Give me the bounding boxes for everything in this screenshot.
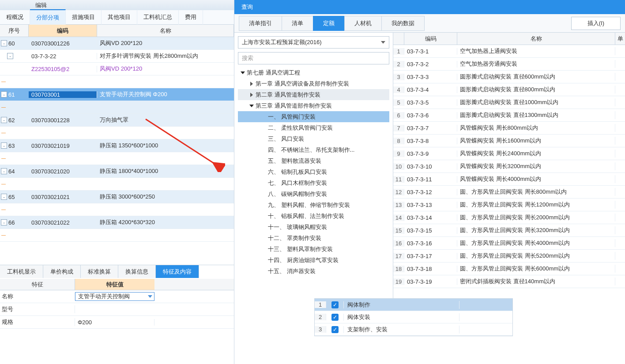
feature-table: 特征 特征值 名称支管手动开关控制阀型号规格Φ200 [0,279,234,329]
data-row[interactable]: 303-7-3-3圆形瓣式启动阀安装 直径600mm以内 [393,71,625,83]
expand-toggle[interactable]: - [1,219,7,225]
data-row[interactable]: 1403-7-3-14圆、方形风管止回阀安装 周长2000mm以内 [393,211,625,224]
checkbox-icon[interactable]: ✓ [331,301,339,308]
data-row[interactable]: 1303-7-3-13圆、方形风管止回阀安装 周长1200mm以内 [393,199,625,211]
tree-twisty-icon[interactable] [241,71,245,74]
expand-toggle[interactable]: - [1,143,7,149]
tree-node[interactable]: 六、 铝制孔板风口安装 [238,166,389,177]
tree-node[interactable]: 第一章 通风空调设备及部件制作安装 [238,78,389,89]
data-row[interactable]: 1503-7-3-15圆、方形风管止回阀安装 周长3200mm以内 [393,224,625,237]
data-rows[interactable]: 103-7-3-1空气加热器上通阀安装203-7-3-2空气加热器旁通阀安装30… [393,45,625,300]
tree-node[interactable]: 第七册 通风空调工程 [238,67,389,78]
left-panel: 编辑 程概况分部分项措施项目其他项目工料机汇总费用 序号 编码 名称 -6003… [0,0,234,364]
checklist-row[interactable]: 3✓支架制作、安装 [315,323,512,336]
grid-row[interactable]: -60030703001226风阀VD 200*120 [0,37,234,50]
top-tab[interactable]: 程概况 [0,10,30,25]
query-tab[interactable]: 清单指引 [239,16,282,31]
bottom-tab[interactable]: 特征及内容 [156,265,199,278]
grid-row[interactable]: -64030703021020静压箱 1800*400*1000 [0,165,234,178]
bottom-tab[interactable]: 换算信息 [118,265,156,278]
tree-twisty-icon[interactable] [249,105,254,107]
data-row[interactable]: 403-7-3-4圆形瓣式启动阀安装 直径800mm以内 [393,83,625,96]
tree-node[interactable]: 十五、 消声器安装 [238,266,389,277]
expand-toggle[interactable]: - [7,53,13,59]
dropdown-icon[interactable] [148,295,152,298]
grid-row[interactable]: -63030703021019静压箱 1350*600*1000 [0,139,234,152]
query-tab[interactable]: 清单 [282,16,313,31]
tree-node[interactable]: 八、 碳钢风帽制作安装 [238,188,389,199]
data-row[interactable]: 703-7-3-7风管蝶阀安装 周长800mm以内 [393,122,625,135]
tree-node[interactable]: 十二、 罩类制作安装 [238,233,389,244]
tree-node[interactable]: 十四、 厨房油烟排气罩安装 [238,255,389,266]
query-tabs: 清单指引清单定额人材机我的数据 [239,16,424,31]
col-name: 名称 [97,25,234,37]
tree-node[interactable]: 五、 塑料散流器安装 [238,155,389,166]
quota-select[interactable]: 上海市安装工程预算定额(2016) [238,36,389,49]
col-seq: 序号 [0,25,29,37]
data-row[interactable]: 1203-7-3-12圆、方形风管止回阀安装 周长800mm以内 [393,186,625,199]
bottom-tab[interactable]: 工料机显示 [0,265,43,278]
tree-twisty-icon[interactable] [250,82,253,86]
expand-toggle[interactable]: - [1,194,7,200]
data-row[interactable]: 203-7-3-2空气加热器旁通阀安装 [393,58,625,71]
feature-table-head: 特征 特征值 [0,279,234,290]
expand-toggle[interactable]: - [1,168,7,174]
expand-toggle[interactable]: - [1,40,7,46]
data-row[interactable]: 103-7-3-1空气加热器上通阀安装 [393,45,625,58]
left-title-bar: 编辑 [0,0,234,10]
bottom-tab[interactable]: 单价构成 [43,265,81,278]
tree-scroll[interactable]: 第七册 通风空调工程第一章 通风空调设备及部件制作安装第二章 通风管道制作安装第… [238,67,389,296]
tree-node[interactable]: 一、 风管阀门安装 [238,111,389,122]
data-row[interactable]: 503-7-3-5圆形瓣式启动阀安装 直径1000mm以内 [393,96,625,109]
grid-row[interactable]: -61030703001支管手动开关控制阀 Φ200 [0,88,234,101]
insert-button[interactable]: 插入(I) [571,17,621,30]
grid-row[interactable]: -65030703021021静压箱 3000*600*250 [0,191,234,203]
data-row[interactable]: 1003-7-3-10风管蝶阀安装 周长3200mm以内 [393,160,625,173]
grid-body[interactable]: -60030703001226风阀VD 200*120-03-7-3-22对开多… [0,37,234,262]
tree-node[interactable]: 九、 塑料风帽、伸缩节制作安装 [238,199,389,210]
tree-node[interactable]: 第三章 通风管道部件制作安装 [238,100,389,111]
expand-toggle[interactable]: - [1,117,7,123]
tree-node[interactable]: 十三、 塑料风罩制作安装 [238,244,389,255]
tree-node[interactable]: 十一、 玻璃钢风帽安装 [238,221,389,233]
checkbox-icon[interactable]: ✓ [331,314,339,321]
grid-row[interactable]: -66030703021022静压箱 4200*630*320 [0,216,234,229]
data-row[interactable]: 1803-7-3-18圆、方形风管止回阀安装 周长6000mm以内 [393,263,625,275]
grid-row[interactable]: -62030703001228万向抽气罩 [0,114,234,127]
data-col-code: 编码 [404,33,457,45]
tree-pane: 上海市安装工程预算定额(2016) 搜索 第七册 通风空调工程第一章 通风空调设… [234,33,393,300]
data-row[interactable]: 803-7-3-8风管蝶阀安装 周长1600mm以内 [393,135,625,147]
expand-toggle[interactable]: - [1,91,7,98]
tree-node[interactable]: 第二章 通风管道制作安装 [238,89,389,100]
feature-row[interactable]: 型号 [0,303,234,316]
tree-node[interactable]: 三、 风口安装 [238,133,389,144]
grid-row[interactable]: Z22530105@2风阀VD 200*120 [0,63,234,75]
bottom-tab[interactable]: 标准换算 [81,265,118,278]
data-row[interactable]: 1103-7-3-11风管蝶阀安装 周长4000mm以内 [393,173,625,186]
data-row[interactable]: 1703-7-3-17圆、方形风管止回阀安装 周长5200mm以内 [393,250,625,263]
query-tab[interactable]: 人材机 [344,16,382,31]
top-tab[interactable]: 措施项目 [66,10,102,25]
feature-row[interactable]: 规格Φ200 [0,316,234,329]
top-tab[interactable]: 其他项目 [102,10,137,25]
checklist-row[interactable]: 1✓阀体制作 [315,299,512,311]
top-tab[interactable]: 工料机汇总 [137,10,179,25]
top-tab[interactable]: 分部分项 [30,9,66,25]
tree-search-input[interactable]: 搜索 [238,52,389,64]
data-row[interactable]: 1903-7-3-19密闭式斜插板阀安装 直径140mm以内 [393,275,625,288]
tree-node[interactable]: 十、 铝板风帽、法兰制作安装 [238,210,389,221]
data-row[interactable]: 603-7-3-6圆形瓣式启动阀安装 直径1300mm以内 [393,109,625,122]
query-tab[interactable]: 我的数据 [381,16,425,31]
top-tab[interactable]: 费用 [179,10,203,25]
tree-twisty-icon[interactable] [250,93,253,97]
feature-row[interactable]: 名称支管手动开关控制阀 [0,290,234,303]
grid-row[interactable]: -03-7-3-22对开多叶调节阀安装 周长2800mm以内 [0,50,234,63]
checkbox-icon[interactable]: ✓ [331,326,339,333]
tree-node[interactable]: 七、 风口木框制作安装 [238,177,389,188]
tree-node[interactable]: 四、 不锈钢法兰、吊托支架制作... [238,144,389,155]
tree-node[interactable]: 二、 柔性软风管阀门安装 [238,122,389,133]
data-row[interactable]: 903-7-3-9风管蝶阀安装 周长2400mm以内 [393,147,625,160]
data-row[interactable]: 1603-7-3-16圆、方形风管止回阀安装 周长4000mm以内 [393,237,625,250]
checklist-row[interactable]: 2✓阀体安装 [315,311,512,323]
query-tab[interactable]: 定额 [313,16,345,31]
